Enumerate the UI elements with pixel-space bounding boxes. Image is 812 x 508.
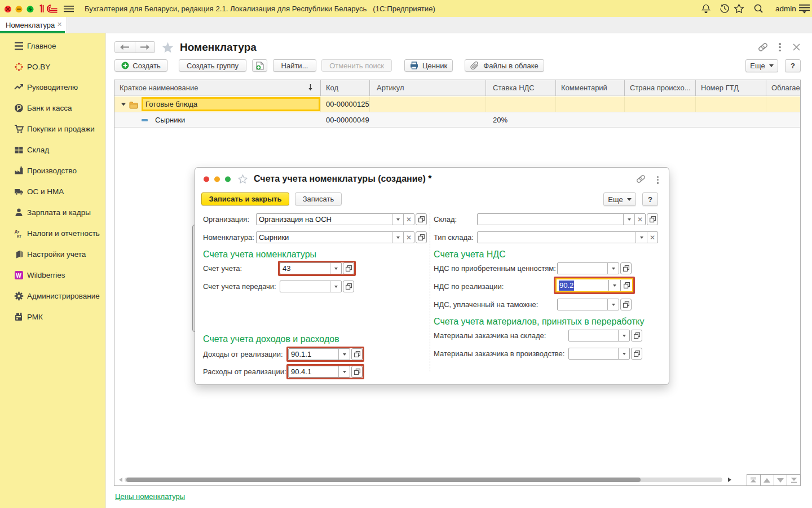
svg-text:W: W (16, 273, 21, 279)
svg-text:Кт: Кт (17, 234, 21, 238)
svg-text:Дт: Дт (15, 230, 20, 234)
